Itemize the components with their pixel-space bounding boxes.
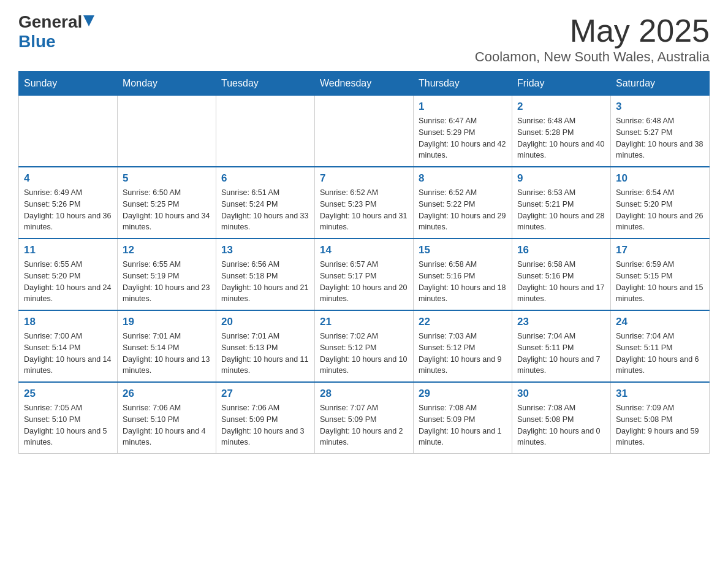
day-info: Sunrise: 7:07 AM Sunset: 5:09 PM Dayligh… <box>320 402 408 448</box>
day-info: Sunrise: 6:58 AM Sunset: 5:16 PM Dayligh… <box>419 259 507 305</box>
day-info: Sunrise: 7:05 AM Sunset: 5:10 PM Dayligh… <box>24 402 112 448</box>
day-info: Sunrise: 6:48 AM Sunset: 5:28 PM Dayligh… <box>517 115 605 161</box>
day-info: Sunrise: 6:56 AM Sunset: 5:18 PM Dayligh… <box>221 259 309 305</box>
calendar-cell: 7Sunrise: 6:52 AM Sunset: 5:23 PM Daylig… <box>315 167 414 239</box>
day-number: 26 <box>123 388 211 400</box>
day-info: Sunrise: 6:55 AM Sunset: 5:19 PM Dayligh… <box>123 259 211 305</box>
day-number: 29 <box>419 388 507 400</box>
day-number: 27 <box>221 388 309 400</box>
day-info: Sunrise: 7:03 AM Sunset: 5:12 PM Dayligh… <box>419 331 507 377</box>
calendar-week-row-2: 4Sunrise: 6:49 AM Sunset: 5:26 PM Daylig… <box>19 167 710 239</box>
day-info: Sunrise: 6:52 AM Sunset: 5:23 PM Dayligh… <box>320 187 408 233</box>
calendar-cell: 24Sunrise: 7:04 AM Sunset: 5:11 PM Dayli… <box>611 310 710 382</box>
day-number: 12 <box>123 244 211 256</box>
day-info: Sunrise: 6:50 AM Sunset: 5:25 PM Dayligh… <box>123 187 211 233</box>
day-number: 1 <box>419 101 507 113</box>
calendar-cell: 16Sunrise: 6:58 AM Sunset: 5:16 PM Dayli… <box>512 239 611 310</box>
calendar-cell: 1Sunrise: 6:47 AM Sunset: 5:29 PM Daylig… <box>414 96 512 167</box>
calendar-week-row-4: 18Sunrise: 7:00 AM Sunset: 5:14 PM Dayli… <box>19 310 710 382</box>
day-info: Sunrise: 6:54 AM Sunset: 5:20 PM Dayligh… <box>616 187 704 233</box>
calendar-cell: 11Sunrise: 6:55 AM Sunset: 5:20 PM Dayli… <box>19 239 118 310</box>
calendar-week-row-3: 11Sunrise: 6:55 AM Sunset: 5:20 PM Dayli… <box>19 239 710 310</box>
day-info: Sunrise: 7:04 AM Sunset: 5:11 PM Dayligh… <box>517 331 605 377</box>
day-number: 18 <box>24 316 112 328</box>
calendar-cell: 15Sunrise: 6:58 AM Sunset: 5:16 PM Dayli… <box>414 239 512 310</box>
calendar-week-row-1: 1Sunrise: 6:47 AM Sunset: 5:29 PM Daylig… <box>19 96 710 167</box>
day-number: 10 <box>616 172 704 185</box>
calendar-cell: 10Sunrise: 6:54 AM Sunset: 5:20 PM Dayli… <box>611 167 710 239</box>
day-info: Sunrise: 7:08 AM Sunset: 5:08 PM Dayligh… <box>517 402 605 448</box>
day-number: 21 <box>320 316 408 328</box>
calendar-cell: 27Sunrise: 7:06 AM Sunset: 5:09 PM Dayli… <box>216 382 315 454</box>
calendar-cell: 3Sunrise: 6:48 AM Sunset: 5:27 PM Daylig… <box>611 96 710 167</box>
calendar-cell: 20Sunrise: 7:01 AM Sunset: 5:13 PM Dayli… <box>216 310 315 382</box>
day-number: 7 <box>320 172 408 185</box>
calendar-cell: 18Sunrise: 7:00 AM Sunset: 5:14 PM Dayli… <box>19 310 118 382</box>
logo: General Blue <box>18 12 94 52</box>
month-title: May 2025 <box>475 12 710 49</box>
calendar-cell: 31Sunrise: 7:09 AM Sunset: 5:08 PM Dayli… <box>611 382 710 454</box>
day-number: 25 <box>24 388 112 400</box>
day-info: Sunrise: 7:08 AM Sunset: 5:09 PM Dayligh… <box>419 402 507 448</box>
calendar-week-row-5: 25Sunrise: 7:05 AM Sunset: 5:10 PM Dayli… <box>19 382 710 454</box>
calendar-cell: 28Sunrise: 7:07 AM Sunset: 5:09 PM Dayli… <box>315 382 414 454</box>
day-number: 17 <box>616 244 704 256</box>
calendar-cell: 13Sunrise: 6:56 AM Sunset: 5:18 PM Dayli… <box>216 239 315 310</box>
calendar-cell: 9Sunrise: 6:53 AM Sunset: 5:21 PM Daylig… <box>512 167 611 239</box>
day-number: 4 <box>24 172 112 185</box>
col-header-wednesday: Wednesday <box>315 72 414 96</box>
calendar-header-row: Sunday Monday Tuesday Wednesday Thursday… <box>19 72 710 96</box>
calendar-cell: 5Sunrise: 6:50 AM Sunset: 5:25 PM Daylig… <box>118 167 216 239</box>
day-number: 3 <box>616 101 704 113</box>
day-number: 11 <box>24 244 112 256</box>
day-number: 19 <box>123 316 211 328</box>
day-number: 2 <box>517 101 605 113</box>
day-number: 8 <box>419 172 507 185</box>
calendar-cell: 30Sunrise: 7:08 AM Sunset: 5:08 PM Dayli… <box>512 382 611 454</box>
calendar-cell: 14Sunrise: 6:57 AM Sunset: 5:17 PM Dayli… <box>315 239 414 310</box>
calendar-cell <box>118 96 216 167</box>
col-header-friday: Friday <box>512 72 611 96</box>
day-number: 15 <box>419 244 507 256</box>
calendar-cell: 29Sunrise: 7:08 AM Sunset: 5:09 PM Dayli… <box>414 382 512 454</box>
calendar-cell: 8Sunrise: 6:52 AM Sunset: 5:22 PM Daylig… <box>414 167 512 239</box>
logo-general: General <box>18 12 82 32</box>
day-info: Sunrise: 7:00 AM Sunset: 5:14 PM Dayligh… <box>24 331 112 377</box>
day-number: 16 <box>517 244 605 256</box>
calendar-cell: 6Sunrise: 6:51 AM Sunset: 5:24 PM Daylig… <box>216 167 315 239</box>
day-number: 30 <box>517 388 605 400</box>
calendar-cell <box>19 96 118 167</box>
day-number: 31 <box>616 388 704 400</box>
calendar-cell: 26Sunrise: 7:06 AM Sunset: 5:10 PM Dayli… <box>118 382 216 454</box>
day-number: 5 <box>123 172 211 185</box>
day-number: 23 <box>517 316 605 328</box>
day-number: 28 <box>320 388 408 400</box>
calendar-cell: 12Sunrise: 6:55 AM Sunset: 5:19 PM Dayli… <box>118 239 216 310</box>
col-header-thursday: Thursday <box>414 72 512 96</box>
calendar-cell: 2Sunrise: 6:48 AM Sunset: 5:28 PM Daylig… <box>512 96 611 167</box>
location-title: Coolamon, New South Wales, Australia <box>475 49 710 65</box>
calendar-cell <box>315 96 414 167</box>
day-info: Sunrise: 7:02 AM Sunset: 5:12 PM Dayligh… <box>320 331 408 377</box>
day-info: Sunrise: 7:04 AM Sunset: 5:11 PM Dayligh… <box>616 331 704 377</box>
day-number: 14 <box>320 244 408 256</box>
day-info: Sunrise: 6:52 AM Sunset: 5:22 PM Dayligh… <box>419 187 507 233</box>
day-number: 9 <box>517 172 605 185</box>
col-header-monday: Monday <box>118 72 216 96</box>
page-header: General Blue May 2025 Coolamon, New Sout… <box>18 12 710 65</box>
logo-blue: Blue <box>18 32 56 51</box>
day-info: Sunrise: 6:53 AM Sunset: 5:21 PM Dayligh… <box>517 187 605 233</box>
day-number: 13 <box>221 244 309 256</box>
day-info: Sunrise: 7:01 AM Sunset: 5:14 PM Dayligh… <box>123 331 211 377</box>
logo-arrow-icon <box>83 15 94 26</box>
calendar-cell: 17Sunrise: 6:59 AM Sunset: 5:15 PM Dayli… <box>611 239 710 310</box>
svg-marker-0 <box>83 15 94 26</box>
calendar-cell: 25Sunrise: 7:05 AM Sunset: 5:10 PM Dayli… <box>19 382 118 454</box>
calendar-table: Sunday Monday Tuesday Wednesday Thursday… <box>18 71 710 454</box>
day-info: Sunrise: 6:47 AM Sunset: 5:29 PM Dayligh… <box>419 115 507 161</box>
calendar-cell: 21Sunrise: 7:02 AM Sunset: 5:12 PM Dayli… <box>315 310 414 382</box>
calendar-cell: 22Sunrise: 7:03 AM Sunset: 5:12 PM Dayli… <box>414 310 512 382</box>
day-number: 24 <box>616 316 704 328</box>
day-number: 22 <box>419 316 507 328</box>
day-info: Sunrise: 7:01 AM Sunset: 5:13 PM Dayligh… <box>221 331 309 377</box>
